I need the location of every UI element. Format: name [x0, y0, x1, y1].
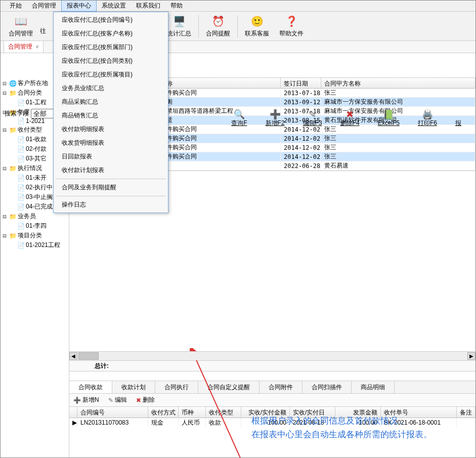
action-查询F[interactable]: 🔍查询F — [231, 109, 247, 128]
folder-icon: 📁 — [9, 213, 17, 220]
toolbar-label: 联系客服 — [245, 29, 269, 38]
detail-tab-合同扫描件[interactable]: 合同扫描件 — [302, 381, 352, 393]
folder-icon: 📁 — [9, 165, 17, 172]
detail-tab-商品明细[interactable]: 商品明细 — [352, 381, 395, 393]
menu-开始[interactable]: 开始 — [5, 1, 27, 11]
doc-icon: 📄 — [17, 184, 25, 191]
action-新增F2[interactable]: ➕新增F2 — [266, 109, 285, 128]
dropdown-item[interactable]: 业务员业绩汇总 — [54, 81, 168, 95]
联系客服-icon: 🙂 — [250, 14, 264, 28]
doc-icon: 📄 — [17, 203, 25, 211]
合同管理-icon: 📖 — [14, 14, 28, 28]
tree-toggle-icon[interactable]: ⊟ — [2, 90, 8, 97]
payment-cell: 收款 — [206, 418, 241, 428]
table-cell: 2022-06-28 — [281, 162, 321, 170]
toolbar-label: 合同提醒 — [206, 29, 230, 38]
tree-label: 01-2021工程 — [26, 241, 60, 249]
tree-label: 03-其它 — [26, 154, 47, 163]
action-打印F6[interactable]: 🖨️打印F6 — [418, 109, 437, 128]
tree-toggle-icon[interactable]: ⊟ — [2, 80, 8, 87]
dropdown-item[interactable]: 合同及业务到期提醒 — [54, 181, 168, 194]
tree-node[interactable]: 📄01-2021工程 — [1, 240, 69, 250]
detail-action-label: 删除 — [143, 396, 155, 404]
folder-icon: 📁 — [9, 232, 17, 239]
menu-报表中心[interactable]: 报表中心 — [61, 0, 97, 12]
payment-column-header[interactable]: 收付方式 — [148, 407, 179, 418]
删除-icon: ✖ — [136, 397, 141, 404]
folder-icon: 📁 — [9, 127, 17, 134]
detail-tab-strip: 合同收款收款计划合同执行合同自定义提醒合同附件合同扫描件商品明细 — [69, 381, 475, 394]
detail-action-删除[interactable]: ✖删除 — [136, 396, 155, 404]
toolbar-合同管理[interactable]: 📖合同管理 — [4, 13, 38, 39]
dropdown-item[interactable]: 商品采购汇总 — [54, 95, 168, 109]
tree-toggle-icon[interactable]: ⊟ — [2, 127, 8, 134]
doc-icon: 📄 — [17, 136, 25, 143]
menu-联系我们[interactable]: 联系我们 — [131, 1, 165, 11]
删除F4-icon: ✖ — [346, 109, 354, 119]
dropdown-item[interactable]: 应收应付汇总(按合同类别) — [54, 54, 168, 68]
tree-node[interactable]: 📄01-李四 — [1, 221, 69, 231]
action-ExcelF5[interactable]: 📗ExcelF5 — [378, 109, 400, 127]
horizontal-scrollbar[interactable]: ◀ ▶ — [69, 351, 475, 360]
新增F2-icon: ➕ — [270, 109, 281, 119]
doc-icon: 📄 — [17, 146, 25, 153]
dropdown-item[interactable]: 应收应付汇总(按合同编号) — [54, 13, 168, 27]
report-center-dropdown: 应收应付汇总(按合同编号)应收应付汇总(按客户名称)应收应付汇总(按所属部门)应… — [53, 12, 168, 213]
detail-tab-收款计划[interactable]: 收款计划 — [112, 381, 155, 393]
toolbar-联系客服[interactable]: 🙂联系客服 — [240, 13, 274, 39]
action-label: 新增F2 — [266, 119, 285, 128]
dropdown-item[interactable]: 应收应付汇总(按所属项目) — [54, 68, 168, 81]
toolbar-合同提醒[interactable]: ⏰合同提醒 — [201, 13, 235, 39]
tree-label: 1-2021 — [26, 117, 45, 124]
dropdown-item[interactable]: 应收应付汇总(按客户名称) — [54, 27, 168, 40]
detail-action-bar: ➕新增N✎编辑✖删除 — [69, 394, 475, 407]
menu-separator — [56, 179, 166, 179]
tree-toggle-icon[interactable]: ⊟ — [2, 232, 8, 239]
编辑F3-icon: ✎ — [309, 109, 316, 119]
tree-toggle-icon[interactable]: ⊟ — [2, 165, 8, 172]
tree-node[interactable]: ⊟📁项目分类 — [1, 231, 69, 240]
table-cell: 黄石易速 — [321, 161, 475, 171]
action-报[interactable]: 报 — [455, 109, 461, 128]
grid-column-header[interactable]: 合同甲方名称 — [321, 78, 475, 88]
doc-icon: 📄 — [17, 99, 25, 106]
search-field-label: 搜索字段 — [5, 109, 29, 118]
统计汇总-icon: 🖥️ — [172, 14, 186, 28]
dropdown-item[interactable]: 收发货明细报表 — [54, 136, 168, 150]
menu-系统设置[interactable]: 系统设置 — [97, 1, 131, 11]
detail-action-新增N[interactable]: ➕新增N — [73, 396, 99, 404]
scroll-right-icon[interactable]: ▶ — [467, 352, 475, 360]
payment-column-header[interactable]: 币种 — [179, 407, 206, 418]
detail-tab-合同附件[interactable]: 合同附件 — [259, 381, 302, 393]
close-icon[interactable]: × — [35, 44, 39, 51]
tree-label: 02-执行中 — [26, 183, 53, 192]
toolbar-label: 统计汇总 — [167, 29, 191, 38]
detail-tab-合同执行[interactable]: 合同执行 — [155, 381, 198, 393]
payment-column-header[interactable] — [69, 407, 77, 418]
detail-tab-合同收款[interactable]: 合同收款 — [69, 381, 112, 393]
tree-label: 01-未开 — [26, 174, 47, 182]
payment-column-header[interactable]: 备注 — [457, 407, 475, 418]
detail-tab-合同自定义提醒[interactable]: 合同自定义提醒 — [198, 381, 259, 393]
grid-column-header[interactable]: 签订日期 — [281, 78, 321, 88]
action-编辑F3[interactable]: ✎编辑F3 — [303, 109, 322, 128]
dropdown-item[interactable]: 收付款计划报表 — [54, 163, 168, 177]
scroll-left-icon[interactable]: ◀ — [69, 352, 77, 360]
tab-contract-mgmt[interactable]: 合同管理 × — [4, 40, 44, 53]
menu-帮助[interactable]: 帮助 — [165, 1, 188, 11]
dropdown-item[interactable]: 应收应付汇总(按所属部门) — [54, 40, 168, 54]
dropdown-item[interactable]: 收付款明细报表 — [54, 122, 168, 136]
action-删除F4[interactable]: ✖删除F4 — [340, 109, 360, 128]
scroll-thumb[interactable] — [78, 352, 99, 360]
payment-column-header[interactable]: 合同编号 — [77, 407, 148, 418]
dropdown-item[interactable]: 商品销售汇总 — [54, 109, 168, 122]
tree-toggle-icon[interactable]: ⊟ — [2, 213, 8, 220]
dropdown-item[interactable]: 操作日志 — [54, 198, 168, 212]
toolbar-label: 帮助文件 — [279, 29, 304, 38]
menu-合同管理[interactable]: 合同管理 — [27, 1, 61, 11]
annotation-line1: 根据用户录入的合同信息及首付款情况， — [251, 414, 432, 428]
detail-action-编辑[interactable]: ✎编辑 — [108, 396, 127, 404]
dropdown-item[interactable]: 日回款报表 — [54, 150, 168, 163]
payment-column-header[interactable]: 收付类型 — [206, 407, 241, 418]
toolbar-帮助文件[interactable]: ❓帮助文件 — [274, 13, 309, 39]
